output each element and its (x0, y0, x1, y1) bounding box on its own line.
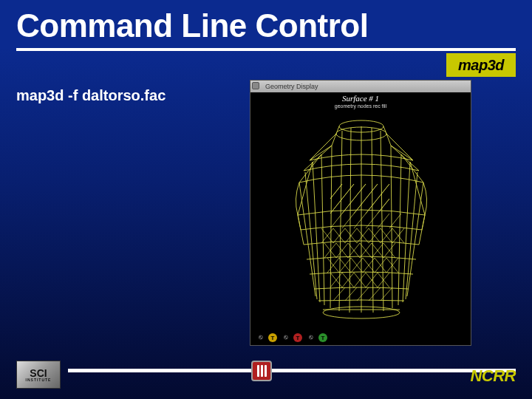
sci-institute-logo: SCI INSTITUTE (16, 361, 61, 389)
viewer-indicator-1[interactable]: T (268, 333, 277, 342)
viewer-surface-label: Surface # 1 (250, 94, 471, 103)
viewer-titlebar: Geometry Display (250, 81, 471, 92)
lock-icon: ⎋ (256, 333, 264, 341)
command-line-text: map3d -f daltorso.fac (16, 87, 166, 104)
slide-title: Command Line Control (16, 7, 368, 44)
geometry-viewer-window: Geometry Display Surface # 1 geometry no… (250, 80, 471, 346)
viewer-window-title: Geometry Display (265, 83, 318, 90)
lock-icon: ⎋ (307, 333, 314, 341)
viewer-sublabel: geometry nodes rec fill (250, 103, 471, 109)
map3d-badge: map3d (446, 53, 516, 77)
torso-wireframe-mesh (258, 110, 465, 324)
sci-logo-top: SCI (30, 368, 47, 378)
viewer-indicator-3[interactable]: T (318, 333, 327, 342)
lock-icon: ⎋ (282, 333, 289, 341)
window-close-button[interactable] (252, 82, 259, 89)
u-logo-bars (257, 365, 267, 377)
title-underline (16, 48, 516, 51)
sci-logo-bottom: INSTITUTE (26, 378, 52, 382)
ncrr-label: NCRR (470, 366, 516, 386)
footer-divider (68, 369, 516, 372)
viewer-indicator-2[interactable]: T (293, 333, 302, 342)
utah-u-logo (251, 361, 272, 381)
viewer-indicator-row: ⎋ T ⎋ T ⎋ T (256, 333, 327, 342)
